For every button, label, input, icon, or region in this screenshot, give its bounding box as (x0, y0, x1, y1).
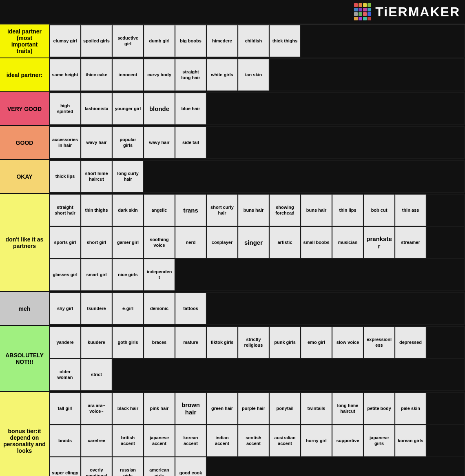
tier-item[interactable]: slow voice (332, 327, 363, 358)
tier-item[interactable]: blonde (144, 93, 175, 124)
tier-item[interactable]: sports girl (50, 227, 80, 258)
tier-item[interactable]: e-girl (113, 293, 143, 324)
tier-item[interactable]: blue hair (175, 93, 206, 124)
tier-item[interactable]: thick lips (50, 161, 80, 192)
tier-item[interactable]: scotish accent (238, 425, 269, 456)
tier-item[interactable]: good cook (175, 457, 206, 476)
tier-item[interactable]: korean girls (395, 425, 426, 456)
tier-item[interactable]: singer (238, 227, 269, 258)
tier-item[interactable]: straight short hair (50, 195, 80, 226)
tier-item[interactable]: thin lips (332, 195, 363, 226)
tier-item[interactable]: seductive girl (113, 25, 143, 57)
tier-item[interactable]: soothing voice (144, 227, 175, 258)
tier-item[interactable]: indian accent (207, 425, 237, 456)
tier-item[interactable]: tiktok girls (207, 327, 237, 358)
tier-item[interactable]: pale skin (395, 393, 426, 424)
tier-item[interactable]: buns hair (301, 195, 332, 226)
tier-item[interactable]: innocent (113, 59, 143, 91)
tier-item[interactable]: wavy hair (81, 127, 112, 158)
tier-item[interactable]: russian girls (113, 457, 143, 476)
tier-item[interactable]: expressionless (364, 327, 394, 358)
tier-item[interactable]: dumb girl (144, 25, 175, 57)
tier-item[interactable]: artistic (270, 227, 300, 258)
tier-item[interactable]: pink hair (144, 393, 175, 424)
tier-item[interactable]: gamer girl (113, 227, 143, 258)
tier-item[interactable]: thicc cake (81, 59, 112, 91)
tier-item[interactable]: bob cut (364, 195, 394, 226)
tier-item[interactable]: japanese girls (364, 425, 394, 456)
tier-item[interactable]: punk girls (270, 327, 300, 358)
tier-item[interactable]: american girls (144, 457, 175, 476)
tier-item[interactable]: curvy body (144, 59, 175, 91)
tier-item[interactable]: small boobs (301, 227, 332, 258)
tier-item[interactable]: strict (81, 359, 112, 390)
tier-item[interactable]: braids (50, 425, 80, 456)
tier-item[interactable]: kuudere (81, 327, 112, 358)
tier-item[interactable]: black hair (113, 393, 143, 424)
tier-item[interactable]: prankster (364, 227, 394, 258)
tier-item[interactable]: japanese accent (144, 425, 175, 456)
tier-item[interactable]: braces (144, 327, 175, 358)
tier-item[interactable]: fashionista (81, 93, 112, 124)
tier-item[interactable]: supportive (332, 425, 363, 456)
tier-item[interactable]: super clingy (50, 457, 80, 476)
tier-item[interactable]: wavy hair (144, 127, 175, 158)
tier-item[interactable]: carefree (81, 425, 112, 456)
tier-item[interactable]: spoiled girls (81, 25, 112, 57)
tier-item[interactable]: overly emotional (81, 457, 112, 476)
tier-item[interactable]: shy girl (50, 293, 80, 324)
tier-item[interactable]: petite body (364, 393, 394, 424)
tier-item[interactable]: showing forehead (270, 195, 300, 226)
tier-item[interactable]: short girl (81, 227, 112, 258)
tier-item[interactable]: trans (175, 195, 206, 226)
tier-item[interactable]: same height (50, 59, 80, 91)
tier-item[interactable]: short curly hair (207, 195, 237, 226)
tier-item[interactable]: accessories in hair (50, 127, 80, 158)
tier-item[interactable]: younger girl (113, 93, 143, 124)
tier-item[interactable]: dark skin (113, 195, 143, 226)
tier-item[interactable]: clumsy girl (50, 25, 80, 57)
tier-item[interactable]: ponytail (270, 393, 300, 424)
tier-item[interactable]: himedere (207, 25, 237, 57)
tier-item[interactable]: depressed (395, 327, 426, 358)
tier-item[interactable]: purple hair (238, 393, 269, 424)
tier-item[interactable]: white girls (207, 59, 237, 91)
tier-item[interactable]: angelic (144, 195, 175, 226)
tier-item[interactable]: ara ara~ voice~ (81, 393, 112, 424)
tier-item[interactable]: tall girl (50, 393, 80, 424)
tier-item[interactable]: brown hair (175, 393, 206, 424)
tier-item[interactable]: strictly religious (238, 327, 269, 358)
tier-item[interactable]: older woman (50, 359, 80, 390)
tier-item[interactable]: high spirited (50, 93, 80, 124)
tier-item[interactable]: streamer (395, 227, 426, 258)
tier-item[interactable]: long curly hair (113, 161, 143, 192)
tier-item[interactable]: tan skin (238, 59, 269, 91)
tier-item[interactable]: thin thighs (81, 195, 112, 226)
tier-item[interactable]: tattoos (175, 293, 206, 324)
tier-item[interactable]: childish (238, 25, 269, 57)
tier-item[interactable]: musician (332, 227, 363, 258)
tier-item[interactable]: demonic (144, 293, 175, 324)
tier-item[interactable]: twintails (301, 393, 332, 424)
tier-item[interactable]: glasses girl (50, 259, 80, 290)
tier-item[interactable]: nerd (175, 227, 206, 258)
tier-item[interactable]: yandere (50, 327, 80, 358)
tier-item[interactable]: australian accent (270, 425, 300, 456)
tier-item[interactable]: mature (175, 327, 206, 358)
tier-item[interactable]: straight long hair (175, 59, 206, 91)
tier-item[interactable]: nice girls (113, 259, 143, 290)
tier-item[interactable]: popular girls (113, 127, 143, 158)
tier-item[interactable]: green hair (207, 393, 237, 424)
tier-item[interactable]: long hime haircut (332, 393, 363, 424)
tier-item[interactable]: smart girl (81, 259, 112, 290)
tier-item[interactable]: side tail (175, 127, 206, 158)
tier-item[interactable]: buns hair (238, 195, 269, 226)
tier-item[interactable]: goth girls (113, 327, 143, 358)
tier-item[interactable]: thin ass (395, 195, 426, 226)
tier-item[interactable]: korean accent (175, 425, 206, 456)
tier-item[interactable]: tsundere (81, 293, 112, 324)
tier-item[interactable]: emo girl (301, 327, 332, 358)
tier-item[interactable]: horny girl (301, 425, 332, 456)
tier-item[interactable]: cosplayer (207, 227, 237, 258)
tier-item[interactable]: short hime haircut (81, 161, 112, 192)
